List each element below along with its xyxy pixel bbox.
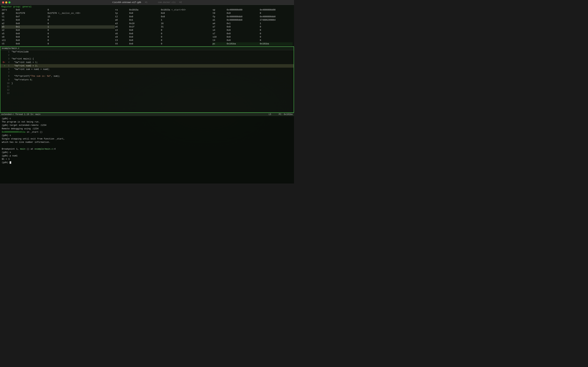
- register-hex: 0x0: [129, 12, 160, 15]
- register-dec: 0: [161, 32, 212, 35]
- source-line: 1"kw">#include: [0, 50, 294, 54]
- line-number: 7: [6, 71, 12, 75]
- titlebar: riscv64-unknown-elf-gdb ⌘1 com.docker.cl…: [0, 0, 294, 5]
- register-dec: 0x1015a <_start+64>: [161, 8, 212, 12]
- register-dec: 274886299064: [259, 18, 293, 22]
- register-name: a0: [115, 18, 129, 22]
- register-hex: 0x0: [226, 29, 259, 32]
- console-line: (gdb) s: [2, 134, 292, 137]
- source-line: 7: [0, 71, 294, 75]
- cursor[interactable]: [10, 161, 11, 164]
- gdb-prompt: (gdb): [2, 117, 9, 120]
- register-hex: 0x0: [129, 29, 160, 32]
- register-name: t4: [212, 39, 226, 42]
- register-name: zero: [1, 8, 16, 12]
- console-line: which has no line number information.: [2, 141, 292, 144]
- tab-docker[interactable]: com.docker.cli ⌘2: [158, 1, 182, 4]
- source-filename: example/main.c: [0, 47, 294, 50]
- line-number: 4: [6, 61, 12, 64]
- register-name: s1: [1, 18, 16, 22]
- line-number: 10: [6, 82, 12, 85]
- source-line: 10}: [0, 82, 294, 85]
- register-dec: 0: [161, 29, 212, 32]
- register-name: a1: [212, 18, 226, 22]
- register-name: tp: [115, 12, 129, 15]
- console-line: (gdb) p num1: [2, 154, 292, 158]
- register-hex: 0x0: [16, 29, 47, 32]
- window-controls[interactable]: [0, 1, 10, 3]
- register-hex: 0xf: [16, 15, 47, 18]
- register-name: gp: [1, 12, 16, 15]
- gdb-prompt: (gdb): [2, 155, 9, 157]
- register-dec: 0: [47, 39, 115, 42]
- register-hex: 0x0: [226, 39, 259, 42]
- register-dec: 0x4000800db0: [259, 15, 293, 18]
- register-name: a3: [115, 22, 129, 25]
- source-panel: example/main.c 1"kw">#include 23"kw">int…: [0, 47, 294, 113]
- console-line: Single stepping until exit from function…: [2, 137, 292, 141]
- register-hex: 0x1f370: [16, 12, 47, 15]
- register-name: t3: [115, 39, 129, 42]
- register-name: t1: [1, 15, 16, 18]
- source-line: 12: [0, 88, 294, 92]
- register-dec: 1: [259, 22, 293, 25]
- register-dec: 0: [259, 35, 293, 39]
- source-body[interactable]: 1"kw">#include 23"kw">int main() {B+4 "k…: [0, 50, 294, 112]
- register-group-header: Register group: general: [1, 6, 293, 8]
- register-hex: 0x10: [129, 22, 160, 25]
- register-dec: 0: [47, 18, 115, 22]
- register-hex: 0x0: [16, 42, 47, 46]
- register-name: s8: [1, 35, 16, 39]
- register-dec: 0: [259, 29, 293, 32]
- statusbar: extended-r Thread 1.19 In: main L5 PC: 0…: [0, 113, 294, 116]
- source-line: 11: [0, 85, 294, 88]
- register-name: a2: [1, 22, 16, 25]
- register-name: pc: [212, 42, 226, 46]
- register-dec: 0: [259, 32, 293, 35]
- register-dec: 0x101ba: [259, 42, 293, 46]
- line-content: "kw">int num1 = 1;: [12, 61, 38, 64]
- register-dec: 0: [161, 35, 212, 39]
- source-line: 9 "kw">return 0;: [0, 78, 294, 82]
- register-name: s9: [115, 35, 129, 39]
- console-line: (gdb) c: [2, 117, 292, 120]
- gdb-prompt: (gdb): [2, 161, 9, 164]
- register-hex: 0x0: [129, 32, 160, 35]
- register-dec: 0x4000800d90: [259, 8, 293, 12]
- line-indicator: >: [1, 64, 6, 68]
- line-content: "kw">int main() {: [12, 57, 34, 61]
- line-number: 13: [6, 92, 12, 95]
- minimize-button[interactable]: [5, 1, 7, 3]
- tab-gdb[interactable]: riscv64-unknown-elf-gdb ⌘1: [112, 1, 147, 4]
- register-dec: 0: [259, 12, 293, 15]
- statusbar-thread-info: extended-r Thread 1.19 In: main: [1, 113, 40, 116]
- register-name: fp: [212, 15, 226, 18]
- register-hex: 0x101ba: [226, 42, 259, 46]
- register-hex: 0x0: [129, 42, 160, 46]
- gdb-prompt: (gdb): [2, 124, 9, 126]
- source-line: 6 "kw">int sum = num1 + num2;: [0, 68, 294, 71]
- line-indicator: B+: [1, 61, 6, 64]
- register-name: s3: [115, 29, 129, 32]
- register-hex: 0x0: [16, 35, 47, 39]
- register-name: t6: [115, 42, 129, 46]
- register-dec: 0: [161, 42, 212, 46]
- register-dec: 0x0: [161, 15, 212, 18]
- register-hex: 0x4000800db8: [226, 18, 259, 22]
- gdb-prompt: (gdb): [2, 134, 9, 137]
- register-name: a7: [212, 25, 226, 29]
- register-name: s11: [1, 39, 16, 42]
- console-line: (gdb): [2, 161, 292, 164]
- register-name: s6: [115, 32, 129, 35]
- gdb-console[interactable]: (gdb) cThe program is not being run.(gdb…: [0, 116, 294, 184]
- line-content: "kw">int num2 = 2;: [12, 64, 38, 68]
- close-button[interactable]: [2, 1, 4, 3]
- register-dec: 31: [161, 25, 212, 29]
- maximize-button[interactable]: [9, 1, 10, 3]
- register-name: s10: [212, 35, 226, 39]
- line-number: 12: [6, 88, 12, 92]
- register-name: s4: [212, 29, 226, 32]
- register-hex: 0x0: [16, 32, 47, 35]
- console-line: 0x000000000001011a in _start (): [2, 131, 292, 134]
- register-hex: 0x0: [129, 35, 160, 39]
